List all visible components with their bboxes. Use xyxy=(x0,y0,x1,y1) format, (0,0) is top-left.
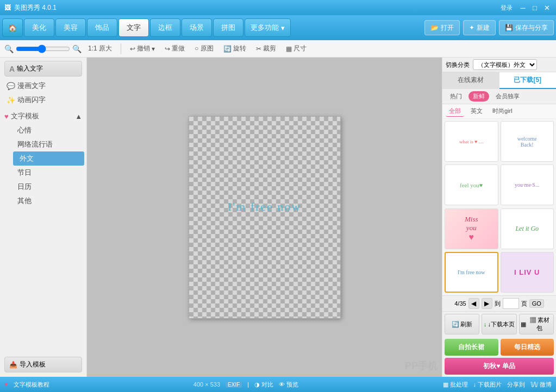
material-actions: 🔄 刷新 ↓ ↓下载本页 ▦ ▦ 素材包 xyxy=(442,311,556,337)
undo-icon: ↩ xyxy=(130,45,135,53)
filter-vip[interactable]: 会员独享 xyxy=(491,91,524,102)
undo-dropdown-icon[interactable]: ▾ xyxy=(152,45,155,53)
submenu-mood[interactable]: 心情 xyxy=(11,123,86,137)
size-button[interactable]: ▦ 尺寸 xyxy=(283,43,310,54)
classification-bar: 切换分类 （文字模板）外文（文字模板）全部 xyxy=(442,58,556,72)
zoom-out-icon[interactable]: 🔍 xyxy=(4,45,14,53)
refresh-icon: 🔄 xyxy=(452,321,459,328)
separator: | xyxy=(247,381,249,388)
download-image-button[interactable]: ↓ 下载图片 xyxy=(473,381,502,389)
zoom-in-icon[interactable]: 🔍 xyxy=(72,45,82,53)
login-button[interactable]: 登录 xyxy=(501,4,513,12)
input-text-button[interactable]: A 输入文字 xyxy=(4,61,82,77)
nav-more-button[interactable]: 更多功能 ▾ xyxy=(245,18,291,37)
minimize-button[interactable]: ─ xyxy=(518,3,528,12)
nav-face-button[interactable]: 美容 xyxy=(55,18,86,37)
nav-collage-button[interactable]: 拼图 xyxy=(213,18,243,37)
cat-english[interactable]: 英文 xyxy=(467,106,486,117)
contrast-button[interactable]: ◑ 对比 xyxy=(254,381,273,389)
class-label: 切换分类 xyxy=(446,61,470,69)
right-panel: 切换分类 （文字模板）外文（文字模板）全部 在线素材 已下载[5] 热门 新鲜 … xyxy=(442,58,556,377)
save-share-button[interactable]: 💾 保存与分享 xyxy=(499,20,554,35)
folder-icon: 📂 xyxy=(430,24,439,31)
download-page-button[interactable]: ↓ ↓下载本页 xyxy=(482,314,516,334)
filter-row: 热门 新鲜 会员独享 xyxy=(442,89,556,104)
canvas[interactable]: I'm free now xyxy=(189,116,341,319)
save-icon: 💾 xyxy=(505,24,513,31)
new-file-button[interactable]: ✦ 新建 xyxy=(463,20,496,35)
submenu-internet[interactable]: 网络流行语 xyxy=(11,137,86,151)
size-icon: ▦ xyxy=(286,45,292,53)
daily-picks-button[interactable]: 每日精选 xyxy=(501,339,554,356)
filter-hot[interactable]: 热门 xyxy=(446,91,466,102)
tutorial-heart-icon: ♥ xyxy=(4,381,8,388)
statusbar: ♥ 文字模板教程 400 × 533 EXIF | ◑ 对比 👁 预览 ▦ 批处… xyxy=(0,377,556,392)
weibo-button[interactable]: 𝕎 微博 xyxy=(530,381,552,389)
original-image-button[interactable]: ○ 原图 xyxy=(191,43,217,54)
sticker-item-5[interactable]: Miss you ♥ xyxy=(445,208,498,249)
prev-page-button[interactable]: ◀ xyxy=(468,298,479,309)
nav-scene-button[interactable]: 场景 xyxy=(182,18,212,37)
undo-button[interactable]: ↩ 撤销 ▾ xyxy=(127,43,158,54)
sticker-item-3[interactable]: feel you♥ xyxy=(445,165,498,205)
class-select[interactable]: （文字模板）外文（文字模板）全部 xyxy=(473,59,537,70)
download-status-icon: ↓ xyxy=(473,381,477,388)
comic-text-button[interactable]: 💬 漫画文字 xyxy=(0,79,86,93)
sticker-item-2[interactable]: welcome Back! xyxy=(501,121,554,162)
page-number-input[interactable] xyxy=(503,298,519,309)
nav-accessories-button[interactable]: 饰品 xyxy=(87,18,117,37)
tab-online-material[interactable]: 在线素材 xyxy=(442,72,499,89)
pagination: 4/35 ◀ ▶ 到 页 GO xyxy=(442,295,556,311)
refresh-button[interactable]: 🔄 刷新 xyxy=(445,314,479,334)
watermark: PP手机 xyxy=(405,359,438,372)
animate-text-button[interactable]: ✨ 动画闪字 xyxy=(0,93,86,107)
app-logo: 🖼 xyxy=(4,4,11,11)
collapse-icon[interactable]: ▲ xyxy=(75,112,82,121)
category-row: 全部 英文 时尚girl xyxy=(442,104,556,119)
nav-beauty-button[interactable]: 美化 xyxy=(24,18,54,37)
sticker-item-8[interactable]: I LIV U xyxy=(501,252,554,293)
sticker-item-7[interactable]: I'm free now xyxy=(445,252,498,293)
import-template-button[interactable]: 📥 导入模板 xyxy=(0,352,86,377)
filter-fresh[interactable]: 新鲜 xyxy=(468,91,489,102)
open-file-button[interactable]: 📂 打开 xyxy=(424,20,460,35)
image-dimensions: 400 × 533 xyxy=(193,381,220,388)
crop-button[interactable]: ✂ 裁剪 xyxy=(253,43,279,54)
template-section-header: ♥ 文字模板 ▲ xyxy=(0,109,86,123)
new-icon: ✦ xyxy=(469,24,474,31)
promo-row-1: 自拍长裙 每日精选 xyxy=(445,339,554,356)
self-portrait-button[interactable]: 自拍长裙 xyxy=(445,339,498,356)
material-tabs: 在线素材 已下载[5] xyxy=(442,72,556,89)
main-content: A 输入文字 💬 漫画文字 ✨ 动画闪字 ♥ 文字模板 ▲ 心情 网络流行语 xyxy=(0,58,556,377)
original-size-button[interactable]: 1:1 原大 xyxy=(85,43,115,54)
nav-text-button[interactable]: 文字 xyxy=(118,18,149,37)
rotate-button[interactable]: 🔄 旋转 xyxy=(220,43,249,54)
maximize-button[interactable]: □ xyxy=(530,3,540,12)
share-button[interactable]: 分享到 xyxy=(507,381,525,389)
submenu-holiday[interactable]: 节日 xyxy=(11,166,86,180)
close-button[interactable]: ✕ xyxy=(542,3,552,12)
cat-all[interactable]: 全部 xyxy=(446,106,464,117)
material-pack-button[interactable]: ▦ ▦ 素材包 xyxy=(519,314,554,334)
sticker-item-1[interactable]: what is ♥ .... xyxy=(445,121,498,162)
redo-button[interactable]: ↪ 重做 xyxy=(161,43,188,54)
sticker-item-4[interactable]: you·me·S... xyxy=(501,165,554,205)
autumn-single-item-button[interactable]: 初秋♥ 单品 xyxy=(445,358,554,375)
submenu-calendar[interactable]: 日历 xyxy=(11,180,86,194)
submenu-other[interactable]: 其他 xyxy=(11,194,86,208)
sticker-item-6[interactable]: Let it Go xyxy=(501,208,554,249)
nav-home-button[interactable]: 🏠 xyxy=(2,18,23,37)
tutorial-button[interactable]: 文字模板教程 xyxy=(14,381,49,389)
zoom-slider[interactable] xyxy=(16,45,70,53)
exif-badge: EXIF xyxy=(226,382,242,388)
nav-border-button[interactable]: 边框 xyxy=(150,18,180,37)
go-button[interactable]: GO xyxy=(529,299,544,308)
crop-icon: ✂ xyxy=(256,45,261,53)
tab-downloaded[interactable]: 已下载[5] xyxy=(499,72,557,89)
cat-fashion-girl[interactable]: 时尚girl xyxy=(489,106,516,117)
submenu-foreign[interactable]: 外文 xyxy=(13,151,84,166)
import-icon: 📥 xyxy=(9,361,17,369)
next-page-button[interactable]: ▶ xyxy=(482,298,492,309)
preview-button[interactable]: 👁 预览 xyxy=(279,381,298,389)
batch-process-button[interactable]: ▦ 批处理 xyxy=(443,381,468,389)
